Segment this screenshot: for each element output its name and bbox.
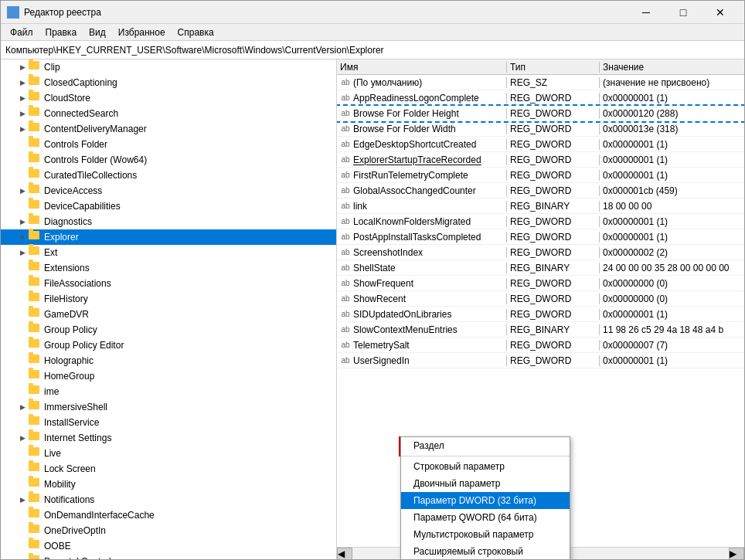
folder-icon <box>29 478 41 490</box>
tree-panel[interactable]: ▶ Clip ▶ ClosedCaptioning ▶ CloudStore ▶… <box>1 59 337 559</box>
tree-item-oobe[interactable]: OOBE <box>1 538 336 554</box>
reg-row-appreadiness[interactable]: ab AppReadinessLogonComplete REG_DWORD 0… <box>337 90 744 106</box>
expand-icon <box>16 293 29 305</box>
folder-icon <box>29 401 41 413</box>
reg-row-browsewidth[interactable]: ab Browse For Folder Width REG_DWORD 0x0… <box>337 121 744 137</box>
tree-item-ime[interactable]: ime <box>1 384 336 399</box>
tree-item-contentdelivery[interactable]: ▶ ContentDeliveryManager <box>1 121 336 137</box>
tree-item-closedcaptioning[interactable]: ▶ ClosedCaptioning <box>1 75 336 90</box>
reg-row-browseheight[interactable]: ab Browse For Folder Height REG_DWORD 0x… <box>337 106 744 121</box>
tree-item-deviceaccess[interactable]: ▶ DeviceAccess <box>1 183 336 199</box>
reg-row-usersignedin[interactable]: ab UserSignedIn REG_DWORD 0x00000001 (1) <box>337 353 744 368</box>
folder-icon <box>29 169 41 182</box>
menu-help[interactable]: Справка <box>172 25 220 39</box>
tree-item-curatedtile[interactable]: CuratedTileCollections <box>1 168 336 183</box>
reg-row-edgedesktop[interactable]: ab EdgeDesktopShortcutCreated REG_DWORD … <box>337 137 744 152</box>
tree-item-clip[interactable]: ▶ Clip <box>1 59 336 75</box>
close-button[interactable]: ✕ <box>702 1 738 24</box>
tree-item-fileassoc[interactable]: FileAssociations <box>1 276 336 291</box>
reg-row-globalassoc[interactable]: ab GlobalAssocChangedCounter REG_DWORD 0… <box>337 183 744 199</box>
tree-item-lockscreen[interactable]: Lock Screen <box>1 461 336 477</box>
reg-row-showfrequent[interactable]: ab ShowFrequent REG_DWORD 0x00000000 (0) <box>337 276 744 291</box>
folder-icon <box>29 447 41 460</box>
tree-item-extensions[interactable]: Extensions <box>1 260 336 276</box>
tree-label: Notifications <box>44 494 94 505</box>
menu-view[interactable]: Вид <box>83 25 112 39</box>
context-menu-item-expandstring[interactable]: Расширяемый строковый параметр <box>401 543 570 559</box>
reg-row-screenshotindex[interactable]: ab ScreenshotIndex REG_DWORD 0x00000002 … <box>337 245 744 260</box>
tree-label: GameDVR <box>44 309 89 320</box>
tree-label: Live <box>44 448 61 459</box>
expand-icon <box>16 324 29 336</box>
tree-item-mobility[interactable]: Mobility <box>1 477 336 492</box>
reg-type-icon: ab <box>340 263 351 273</box>
menu-favorites[interactable]: Избранное <box>112 25 172 39</box>
context-menu-item-string[interactable]: Строковый параметр <box>401 458 570 475</box>
reg-row-sidupdated[interactable]: ab SIDUpdatedOnLibraries REG_DWORD 0x000… <box>337 307 744 322</box>
reg-row-postappinstall[interactable]: ab PostAppInstallTasksCompleted REG_DWOR… <box>337 229 744 245</box>
tree-label: OnDemandInterfaceCache <box>44 510 155 521</box>
tree-item-cloudstore[interactable]: ▶ CloudStore <box>1 90 336 106</box>
tree-label: Diagnostics <box>44 216 92 227</box>
tree-item-filehistory[interactable]: FileHistory <box>1 291 336 307</box>
tree-item-parentalcontrols[interactable]: Parental Controls <box>1 554 336 559</box>
reg-type-icon: ab <box>340 278 351 289</box>
tree-item-installservice[interactable]: InstallService <box>1 415 336 430</box>
menu-file[interactable]: Файл <box>4 25 39 39</box>
tree-item-controlsfolder[interactable]: Controls Folder <box>1 137 336 152</box>
tree-item-connectedsearch[interactable]: ▶ ConnectedSearch <box>1 106 336 121</box>
context-menu-item-multistring[interactable]: Мультистроковый параметр <box>401 526 570 543</box>
app-icon <box>7 6 19 19</box>
tree-item-holographic[interactable]: Holographic <box>1 353 336 368</box>
context-menu-item-binary[interactable]: Двоичный параметр <box>401 475 570 492</box>
reg-row-default[interactable]: ab (По умолчанию) REG_SZ (значение не пр… <box>337 75 744 90</box>
context-menu-item-qword[interactable]: Параметр QWORD (64 бита) <box>401 509 570 526</box>
tree-item-notifications[interactable]: ▶ Notifications <box>1 492 336 507</box>
context-menu-item-dword[interactable]: Параметр DWORD (32 бита) <box>401 492 570 509</box>
expand-icon <box>16 262 29 274</box>
menu-edit[interactable]: Правка <box>39 25 83 39</box>
col-header-name: Имя <box>337 62 507 73</box>
reg-row-slowcontext[interactable]: ab SlowContextMenuEntries REG_BINARY 11 … <box>337 322 744 338</box>
tree-item-grouppolicy[interactable]: Group Policy <box>1 322 336 338</box>
scroll-left-btn[interactable]: ◀ <box>337 548 352 560</box>
context-menu-item-section[interactable]: Раздел <box>401 437 570 454</box>
reg-row-explorerstartup[interactable]: ab ExplorerStartupTraceRecorded REG_DWOR… <box>337 152 744 168</box>
reg-row-firstrun[interactable]: ab FirstRunTelemetryComplete REG_DWORD 0… <box>337 168 744 183</box>
folder-icon <box>29 277 41 290</box>
tree-item-immersiveshell[interactable]: ▶ ImmersiveShell <box>1 399 336 415</box>
expand-icon <box>16 540 29 552</box>
scroll-right-btn[interactable]: ▶ <box>729 548 744 560</box>
tree-item-explorer[interactable]: ▼ Explorer <box>1 229 336 245</box>
expand-icon <box>16 277 29 290</box>
reg-row-localknown[interactable]: ab LocalKnownFoldersMigrated REG_DWORD 0… <box>337 214 744 229</box>
tree-item-controlsfolder64[interactable]: Controls Folder (Wow64) <box>1 152 336 168</box>
tree-label: OOBE <box>44 541 71 552</box>
tree-item-gamedvr[interactable]: GameDVR <box>1 307 336 322</box>
reg-type-icon: ab <box>340 232 351 243</box>
tree-item-devicecapabilities[interactable]: DeviceCapabilities <box>1 199 336 214</box>
folder-icon <box>29 540 41 552</box>
reg-row-shellstate[interactable]: ab ShellState REG_BINARY 24 00 00 00 35 … <box>337 260 744 276</box>
reg-name-telemetrysalt: ab TelemetrySalt <box>337 340 507 351</box>
tree-item-ondemand[interactable]: OnDemandInterfaceCache <box>1 507 336 523</box>
reg-row-showrecent[interactable]: ab ShowRecent REG_DWORD 0x00000000 (0) <box>337 291 744 307</box>
minimize-button[interactable]: ─ <box>628 1 664 24</box>
tree-item-homegroup[interactable]: HomeGroup <box>1 368 336 384</box>
tree-item-grouppolicyeditor[interactable]: Group Policy Editor <box>1 338 336 353</box>
svg-rect-0 <box>8 7 12 12</box>
tree-item-internetsettings[interactable]: ▶ Internet Settings <box>1 430 336 446</box>
maximize-button[interactable]: □ <box>665 1 701 24</box>
reg-row-link[interactable]: ab link REG_BINARY 18 00 00 00 <box>337 199 744 214</box>
folder-icon <box>29 262 41 274</box>
tree-item-onedriveopt[interactable]: OneDriveOptIn <box>1 523 336 538</box>
tree-item-ext[interactable]: ▶ Ext <box>1 245 336 260</box>
tree-item-live[interactable]: Live <box>1 446 336 461</box>
reg-type-icon: ab <box>340 294 351 304</box>
reg-row-telemetrysalt[interactable]: ab TelemetrySalt REG_DWORD 0x00000007 (7… <box>337 338 744 353</box>
expand-icon: ▶ <box>16 432 29 444</box>
tree-item-diagnostics[interactable]: ▶ Diagnostics <box>1 214 336 229</box>
folder-icon <box>29 293 41 305</box>
reg-type-icon: ab <box>340 93 351 104</box>
expand-icon <box>16 169 29 182</box>
